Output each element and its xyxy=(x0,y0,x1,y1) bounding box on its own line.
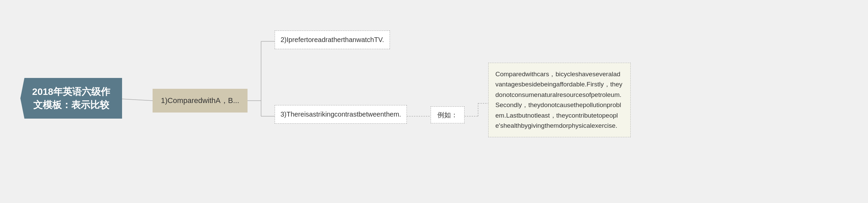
connector-lines xyxy=(0,0,868,203)
level2-top-node: 2)IprefertoreadratherthanwatchTV. xyxy=(275,31,390,49)
level2-bottom-node: 3)Thereisastrikingcontrastbetweenthem. xyxy=(275,105,407,124)
level1-node: 1)ComparedwithA，B... xyxy=(153,89,248,113)
svg-line-0 xyxy=(122,99,153,101)
level3-detail-node: Comparedwithcars，bicycleshaveseveraladva… xyxy=(488,63,631,137)
mindmap-container: 2018年英语六级作文模板：表示比较 1)ComparedwithA，B... … xyxy=(0,0,868,203)
root-node: 2018年英语六级作文模板：表示比较 xyxy=(20,78,122,119)
example-label-node: 例如： xyxy=(431,106,465,123)
